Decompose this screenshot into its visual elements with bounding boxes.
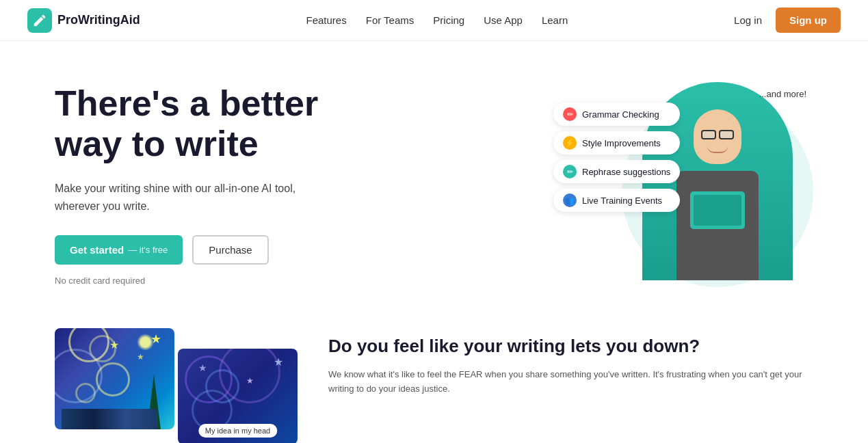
login-link[interactable]: Log in — [734, 14, 762, 26]
nav-features[interactable]: Features — [306, 14, 347, 26]
hero-left: There's a better way to write Make your … — [55, 83, 318, 286]
bottom-section: ★ ★ ★ ★ ★ ★ M — [0, 314, 868, 443]
painting-card-1: ★ ★ ★ — [55, 328, 174, 429]
hero-subtitle: Make your writing shine with our all-in-… — [55, 180, 315, 215]
bubble-grammar: ✏ Grammar Checking — [553, 103, 680, 126]
no-credit-card-label: No credit card required — [55, 276, 318, 286]
bottom-images: ★ ★ ★ ★ ★ ★ M — [55, 328, 287, 438]
style-label: Style Improvements — [582, 138, 661, 148]
person-body — [676, 171, 759, 280]
hero-right: ...and more! ✦ ✏ Grammar Checking ⚡ Styl… — [553, 82, 813, 287]
hero-title: There's a better way to write — [55, 83, 318, 165]
bubble-training: 👥 Live Training Events — [553, 189, 680, 212]
grammar-label: Grammar Checking — [582, 109, 659, 120]
painting-card-2: ★ ★ ★ My idea in my head — [178, 349, 298, 443]
rephrase-icon: ✏ — [563, 165, 577, 178]
style-icon: ⚡ — [563, 136, 577, 150]
nav-use-app[interactable]: Use App — [484, 14, 523, 26]
grammar-icon: ✏ — [563, 107, 577, 121]
logo-icon — [27, 8, 52, 33]
nav-learn[interactable]: Learn — [542, 14, 568, 26]
bubble-style: ⚡ Style Improvements — [553, 131, 680, 155]
bottom-left: ★ ★ ★ ★ ★ ★ M — [55, 328, 287, 438]
training-label: Live Training Events — [582, 196, 662, 206]
more-label: ...and more! — [759, 89, 806, 99]
get-started-button[interactable]: Get started — it's free — [55, 235, 183, 265]
free-label: — it's free — [128, 245, 168, 255]
hero-illustration: ...and more! ✦ ✏ Grammar Checking ⚡ Styl… — [553, 82, 813, 287]
person-head — [694, 109, 741, 164]
navbar-center: Features For Teams Pricing Use App Learn — [306, 14, 568, 26]
section-title: Do you feel like your writing lets you d… — [328, 335, 813, 358]
brand-name: ProWritingAid — [57, 13, 140, 27]
navbar: ProWritingAid Features For Teams Pricing… — [0, 0, 868, 41]
hero-buttons: Get started — it's free Purchase — [55, 235, 318, 265]
navbar-brand: ProWritingAid — [27, 8, 140, 33]
idea-label: My idea in my head — [198, 424, 277, 438]
nav-pricing[interactable]: Pricing — [433, 14, 464, 26]
feature-bubbles: ✏ Grammar Checking ⚡ Style Improvements … — [553, 103, 680, 212]
nav-for-teams[interactable]: For Teams — [366, 14, 415, 26]
purchase-button[interactable]: Purchase — [192, 235, 268, 265]
signup-button[interactable]: Sign up — [776, 8, 841, 33]
rephrase-label: Rephrase suggestions — [582, 167, 670, 177]
navbar-right: Log in Sign up — [734, 8, 841, 33]
section-text: We know what it's like to feel the FEAR … — [328, 368, 813, 397]
bottom-right: Do you feel like your writing lets you d… — [328, 328, 813, 396]
hero-section: There's a better way to write Make your … — [0, 41, 868, 314]
training-icon: 👥 — [563, 193, 577, 207]
bubble-rephrase: ✏ Rephrase suggestions — [553, 160, 680, 183]
